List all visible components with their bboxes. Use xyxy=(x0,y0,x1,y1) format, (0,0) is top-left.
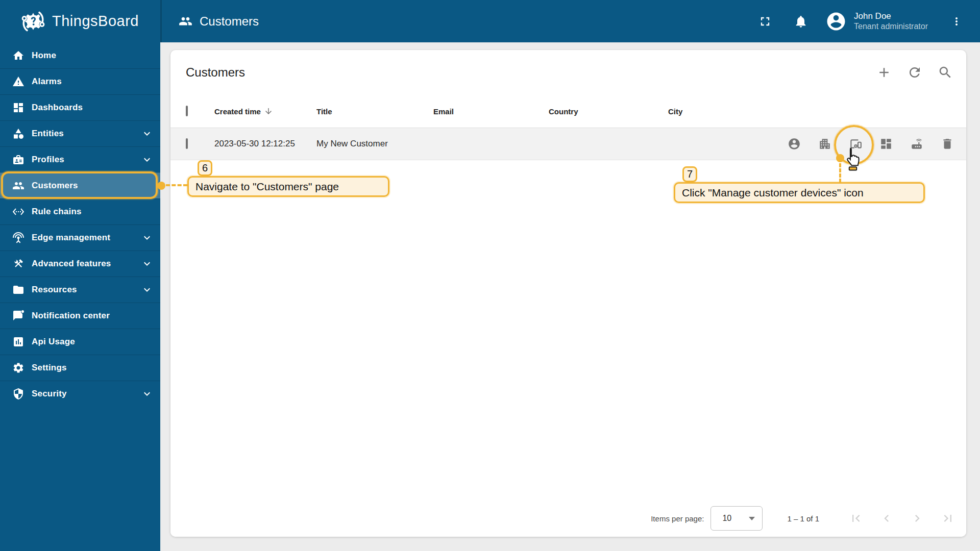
sidebar-item-label: Edge management xyxy=(32,233,110,243)
page-size-select[interactable]: 10 xyxy=(710,506,763,531)
hand-cursor-icon xyxy=(843,147,863,171)
rule-chains-ethernet-icon xyxy=(12,206,24,218)
prev-page-icon[interactable] xyxy=(879,511,894,525)
kebab-menu-icon[interactable] xyxy=(950,14,963,29)
sidebar-item-alarms[interactable]: Alarms xyxy=(0,68,160,94)
antenna-icon xyxy=(12,232,24,244)
manage-customer-edge-instances-icon[interactable] xyxy=(910,137,923,151)
sidebar-item-profiles[interactable]: Profiles xyxy=(0,146,160,172)
annotation-connector-dot xyxy=(157,182,165,190)
fullscreen-icon[interactable] xyxy=(758,14,772,29)
profiles-badge-icon xyxy=(12,154,24,166)
sidebar-item-label: Notification center xyxy=(32,311,110,321)
select-all-checkbox[interactable] xyxy=(186,106,188,116)
column-header-title[interactable]: Title xyxy=(316,107,433,116)
manage-customer-dashboards-icon[interactable] xyxy=(879,137,893,151)
delete-icon[interactable] xyxy=(941,137,954,151)
page-title: Customers xyxy=(200,14,259,29)
card-toolbar xyxy=(876,65,953,80)
avatar[interactable] xyxy=(825,11,847,32)
annotation-step-badge-6: 6 xyxy=(198,160,212,176)
folder-icon xyxy=(12,284,24,296)
sidebar-item-label: Entities xyxy=(32,129,64,139)
sidebar-item-label: Settings xyxy=(32,363,67,373)
sidebar-item-resources[interactable]: Resources xyxy=(0,277,160,303)
sidebar-item-rule-chains[interactable]: Rule chains xyxy=(0,198,160,224)
sidebar-item-api-usage[interactable]: Api Usage xyxy=(0,329,160,355)
column-header-email[interactable]: Email xyxy=(433,107,549,116)
next-page-icon[interactable] xyxy=(910,511,924,525)
sidebar-item-label: Rule chains xyxy=(32,207,82,217)
sidebar-item-advanced-features[interactable]: Advanced features xyxy=(0,251,160,277)
column-header-created-time[interactable]: Created time xyxy=(214,107,316,116)
sidebar-item-dashboards[interactable]: Dashboards xyxy=(0,94,160,120)
sidebar-item-label: Security xyxy=(32,389,67,399)
column-header-city[interactable]: City xyxy=(668,107,788,116)
sidebar-item-label: Advanced features xyxy=(32,259,111,269)
paginator: Items per page: 10 1 – 1 of 1 xyxy=(170,500,966,537)
bell-icon[interactable] xyxy=(794,14,808,29)
card-header: Customers xyxy=(170,50,966,95)
page-range-label: 1 – 1 of 1 xyxy=(787,514,819,523)
annotation-dashed-line xyxy=(839,163,841,183)
sidebar-item-settings[interactable]: Settings xyxy=(0,355,160,381)
home-icon xyxy=(12,49,24,62)
column-label: Created time xyxy=(214,107,261,116)
sidebar-item-security[interactable]: Security xyxy=(0,381,160,407)
select-caret-icon xyxy=(749,517,755,520)
thingsboard-gear-logo-icon xyxy=(19,8,47,35)
entities-shapes-icon xyxy=(12,128,24,140)
column-label: Title xyxy=(316,107,332,116)
sidebar-item-edge-management[interactable]: Edge management xyxy=(0,224,160,251)
annotation-callout-step-7: Click "Manage customer devices" icon xyxy=(674,182,925,203)
chevron-down-icon xyxy=(141,232,153,244)
row-checkbox[interactable] xyxy=(186,138,188,149)
chevron-down-icon xyxy=(141,154,153,166)
gear-icon xyxy=(12,362,24,374)
sidebar-item-label: Profiles xyxy=(32,155,64,165)
people-icon xyxy=(179,14,192,28)
chevron-down-icon xyxy=(141,128,153,140)
annotation-step-badge-7: 7 xyxy=(682,166,697,182)
user-role: Tenant administrator xyxy=(854,21,928,32)
cell-title: My New Customer xyxy=(316,139,433,149)
plus-icon[interactable] xyxy=(876,65,892,80)
search-icon[interactable] xyxy=(938,65,953,80)
column-label: City xyxy=(668,107,682,116)
sidebar-nav: Home Alarms Dashboards Entities Profiles… xyxy=(0,42,160,407)
chevron-down-icon xyxy=(141,388,153,400)
sidebar-item-notification-center[interactable]: Notification center xyxy=(0,303,160,329)
customers-card: Customers Created time Title Email Count… xyxy=(170,50,966,537)
paginator-nav xyxy=(849,511,955,525)
manage-customer-users-icon[interactable] xyxy=(788,137,801,151)
app-logo-text: ThingsBoard xyxy=(52,13,139,30)
table-header: Created time Title Email Country City xyxy=(170,95,966,128)
bar-chart-icon xyxy=(12,336,24,348)
app-logo[interactable]: ThingsBoard xyxy=(0,0,160,42)
chevron-down-icon xyxy=(141,284,153,296)
cell-created-time: 2023-05-30 12:12:25 xyxy=(214,139,316,149)
page-size-value: 10 xyxy=(722,514,731,523)
shield-icon xyxy=(12,388,24,400)
column-header-country[interactable]: Country xyxy=(549,107,668,116)
crossed-tools-icon xyxy=(12,258,24,270)
column-label: Country xyxy=(549,107,578,116)
items-per-page-label: Items per page: xyxy=(651,514,704,523)
sidebar-item-label: Alarms xyxy=(32,77,62,87)
sidebar: ThingsBoard Home Alarms Dashboards Entit… xyxy=(0,0,160,551)
column-label: Email xyxy=(433,107,454,116)
annotation-callout-step-6: Navigate to "Customers" page xyxy=(187,176,389,197)
sidebar-item-entities[interactable]: Entities xyxy=(0,120,160,146)
warning-triangle-icon xyxy=(12,76,24,88)
last-page-icon[interactable] xyxy=(941,511,955,525)
dashboards-grid-icon xyxy=(12,102,24,114)
sidebar-item-label: Home xyxy=(32,51,56,61)
first-page-icon[interactable] xyxy=(849,511,863,525)
topbar: Customers John Doe Tenant administrator xyxy=(160,0,980,42)
annotation-dashed-line xyxy=(166,184,187,186)
manage-customer-assets-icon[interactable] xyxy=(818,137,831,151)
refresh-icon[interactable] xyxy=(907,65,922,80)
notification-bubble-icon xyxy=(12,310,24,322)
sidebar-item-home[interactable]: Home xyxy=(0,42,160,68)
arrow-down-icon xyxy=(264,107,273,116)
